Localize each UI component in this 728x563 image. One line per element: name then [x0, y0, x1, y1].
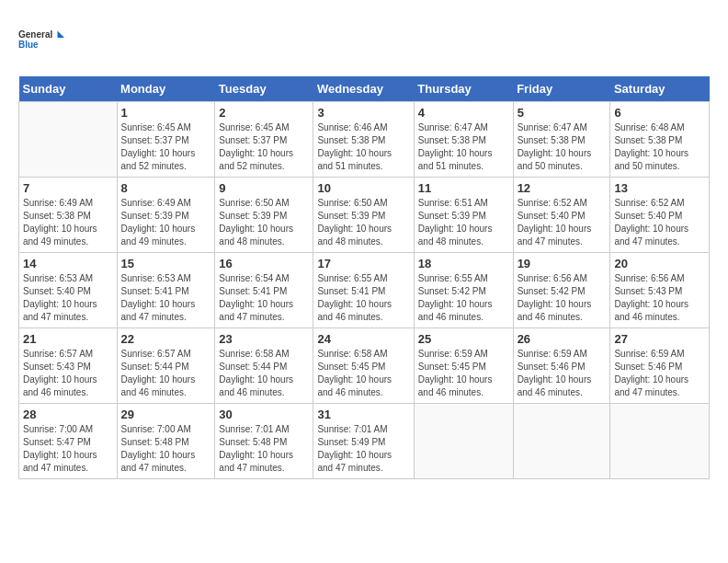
calendar-cell: 28Sunrise: 7:00 AMSunset: 5:47 PMDayligh… — [19, 404, 118, 479]
day-number: 22 — [121, 332, 211, 346]
weekday-header-sunday: Sunday — [19, 76, 118, 102]
calendar-cell: 19Sunrise: 6:56 AMSunset: 5:42 PMDayligh… — [513, 253, 610, 328]
calendar-cell: 24Sunrise: 6:58 AMSunset: 5:45 PMDayligh… — [313, 328, 414, 404]
day-info: Sunrise: 6:49 AMSunset: 5:39 PMDaylight:… — [121, 197, 211, 248]
day-number: 1 — [121, 106, 211, 120]
day-info: Sunrise: 6:49 AMSunset: 5:38 PMDaylight:… — [23, 197, 113, 248]
calendar-cell: 8Sunrise: 6:49 AMSunset: 5:39 PMDaylight… — [117, 178, 215, 253]
calendar-cell: 17Sunrise: 6:55 AMSunset: 5:41 PMDayligh… — [313, 253, 414, 328]
day-number: 7 — [23, 181, 113, 195]
calendar-cell: 2Sunrise: 6:45 AMSunset: 5:37 PMDaylight… — [215, 102, 313, 178]
calendar-table: SundayMondayTuesdayWednesdayThursdayFrid… — [18, 76, 710, 479]
weekday-header-friday: Friday — [513, 76, 610, 102]
calendar-cell — [19, 102, 118, 178]
day-info: Sunrise: 6:59 AMSunset: 5:46 PMDaylight:… — [518, 348, 607, 399]
calendar-cell: 18Sunrise: 6:55 AMSunset: 5:42 PMDayligh… — [414, 253, 513, 328]
day-info: Sunrise: 6:46 AMSunset: 5:38 PMDaylight:… — [317, 121, 409, 173]
calendar-cell: 20Sunrise: 6:56 AMSunset: 5:43 PMDayligh… — [610, 253, 710, 328]
day-number: 3 — [317, 106, 409, 120]
calendar-cell: 10Sunrise: 6:50 AMSunset: 5:39 PMDayligh… — [313, 178, 414, 253]
week-row-5: 28Sunrise: 7:00 AMSunset: 5:47 PMDayligh… — [19, 404, 710, 479]
calendar-cell — [610, 404, 710, 479]
calendar-cell: 9Sunrise: 6:50 AMSunset: 5:39 PMDaylight… — [215, 178, 313, 253]
day-info: Sunrise: 6:58 AMSunset: 5:45 PMDaylight:… — [317, 348, 409, 399]
day-info: Sunrise: 6:45 AMSunset: 5:37 PMDaylight:… — [219, 121, 309, 173]
day-number: 26 — [518, 332, 607, 346]
day-number: 23 — [219, 332, 309, 346]
calendar-cell: 3Sunrise: 6:46 AMSunset: 5:38 PMDaylight… — [313, 102, 414, 178]
day-number: 12 — [518, 181, 607, 195]
day-number: 5 — [518, 106, 607, 120]
day-number: 30 — [219, 408, 309, 421]
calendar-cell: 30Sunrise: 7:01 AMSunset: 5:48 PMDayligh… — [215, 404, 313, 479]
day-number: 18 — [418, 257, 509, 270]
day-number: 6 — [614, 106, 705, 120]
calendar-cell: 7Sunrise: 6:49 AMSunset: 5:38 PMDaylight… — [19, 178, 118, 253]
week-row-4: 21Sunrise: 6:57 AMSunset: 5:43 PMDayligh… — [19, 328, 710, 404]
day-info: Sunrise: 6:56 AMSunset: 5:43 PMDaylight:… — [614, 272, 705, 324]
day-info: Sunrise: 6:50 AMSunset: 5:39 PMDaylight:… — [219, 197, 309, 248]
logo-svg: General Blue — [18, 18, 64, 60]
day-number: 20 — [614, 257, 705, 270]
day-number: 4 — [418, 106, 509, 120]
svg-text:Blue: Blue — [18, 40, 39, 50]
day-number: 11 — [418, 181, 509, 195]
day-number: 14 — [23, 257, 113, 270]
calendar-cell — [513, 404, 610, 479]
weekday-header-wednesday: Wednesday — [313, 76, 414, 102]
logo: General Blue — [18, 18, 64, 60]
day-number: 25 — [418, 332, 509, 346]
day-number: 13 — [614, 181, 705, 195]
day-info: Sunrise: 7:01 AMSunset: 5:49 PMDaylight:… — [317, 423, 409, 475]
day-number: 2 — [219, 106, 309, 120]
calendar-cell: 5Sunrise: 6:47 AMSunset: 5:38 PMDaylight… — [513, 102, 610, 178]
calendar-cell: 4Sunrise: 6:47 AMSunset: 5:38 PMDaylight… — [414, 102, 513, 178]
svg-marker-2 — [58, 30, 65, 38]
day-info: Sunrise: 6:47 AMSunset: 5:38 PMDaylight:… — [418, 121, 509, 173]
weekday-header-saturday: Saturday — [610, 76, 710, 102]
week-row-3: 14Sunrise: 6:53 AMSunset: 5:40 PMDayligh… — [19, 253, 710, 328]
day-info: Sunrise: 6:55 AMSunset: 5:41 PMDaylight:… — [317, 272, 409, 324]
day-number: 29 — [121, 408, 211, 421]
day-info: Sunrise: 6:52 AMSunset: 5:40 PMDaylight:… — [614, 197, 705, 248]
day-info: Sunrise: 6:53 AMSunset: 5:41 PMDaylight:… — [121, 272, 211, 324]
calendar-cell: 29Sunrise: 7:00 AMSunset: 5:48 PMDayligh… — [117, 404, 215, 479]
day-info: Sunrise: 6:59 AMSunset: 5:46 PMDaylight:… — [614, 348, 705, 399]
calendar-cell: 26Sunrise: 6:59 AMSunset: 5:46 PMDayligh… — [513, 328, 610, 404]
calendar-cell: 6Sunrise: 6:48 AMSunset: 5:38 PMDaylight… — [610, 102, 710, 178]
day-number: 27 — [614, 332, 705, 346]
calendar-cell: 1Sunrise: 6:45 AMSunset: 5:37 PMDaylight… — [117, 102, 215, 178]
calendar-cell: 25Sunrise: 6:59 AMSunset: 5:45 PMDayligh… — [414, 328, 513, 404]
day-info: Sunrise: 6:55 AMSunset: 5:42 PMDaylight:… — [418, 272, 509, 324]
day-info: Sunrise: 6:47 AMSunset: 5:38 PMDaylight:… — [518, 121, 607, 173]
day-number: 9 — [219, 181, 309, 195]
calendar-cell: 22Sunrise: 6:57 AMSunset: 5:44 PMDayligh… — [117, 328, 215, 404]
weekday-header-tuesday: Tuesday — [215, 76, 313, 102]
calendar-cell: 15Sunrise: 6:53 AMSunset: 5:41 PMDayligh… — [117, 253, 215, 328]
calendar-cell: 31Sunrise: 7:01 AMSunset: 5:49 PMDayligh… — [313, 404, 414, 479]
day-number: 21 — [23, 332, 113, 346]
day-info: Sunrise: 7:00 AMSunset: 5:48 PMDaylight:… — [121, 423, 211, 475]
calendar-cell: 14Sunrise: 6:53 AMSunset: 5:40 PMDayligh… — [19, 253, 118, 328]
calendar-cell: 21Sunrise: 6:57 AMSunset: 5:43 PMDayligh… — [19, 328, 118, 404]
calendar-cell: 16Sunrise: 6:54 AMSunset: 5:41 PMDayligh… — [215, 253, 313, 328]
day-info: Sunrise: 6:52 AMSunset: 5:40 PMDaylight:… — [518, 197, 607, 248]
day-info: Sunrise: 6:57 AMSunset: 5:43 PMDaylight:… — [23, 348, 113, 399]
day-info: Sunrise: 6:50 AMSunset: 5:39 PMDaylight:… — [317, 197, 409, 248]
day-info: Sunrise: 7:00 AMSunset: 5:47 PMDaylight:… — [23, 423, 113, 475]
day-info: Sunrise: 6:58 AMSunset: 5:44 PMDaylight:… — [219, 348, 309, 399]
day-info: Sunrise: 6:59 AMSunset: 5:45 PMDaylight:… — [418, 348, 509, 399]
day-info: Sunrise: 6:54 AMSunset: 5:41 PMDaylight:… — [219, 272, 309, 324]
day-info: Sunrise: 6:51 AMSunset: 5:39 PMDaylight:… — [418, 197, 509, 248]
day-info: Sunrise: 6:45 AMSunset: 5:37 PMDaylight:… — [121, 121, 211, 173]
day-number: 19 — [518, 257, 607, 270]
week-row-1: 1Sunrise: 6:45 AMSunset: 5:37 PMDaylight… — [19, 102, 710, 178]
calendar-cell — [414, 404, 513, 479]
calendar-cell: 13Sunrise: 6:52 AMSunset: 5:40 PMDayligh… — [610, 178, 710, 253]
day-number: 28 — [23, 408, 113, 421]
day-number: 8 — [121, 181, 211, 195]
day-number: 15 — [121, 257, 211, 270]
day-number: 31 — [317, 408, 409, 421]
day-info: Sunrise: 7:01 AMSunset: 5:48 PMDaylight:… — [219, 423, 309, 475]
day-info: Sunrise: 6:48 AMSunset: 5:38 PMDaylight:… — [614, 121, 705, 173]
